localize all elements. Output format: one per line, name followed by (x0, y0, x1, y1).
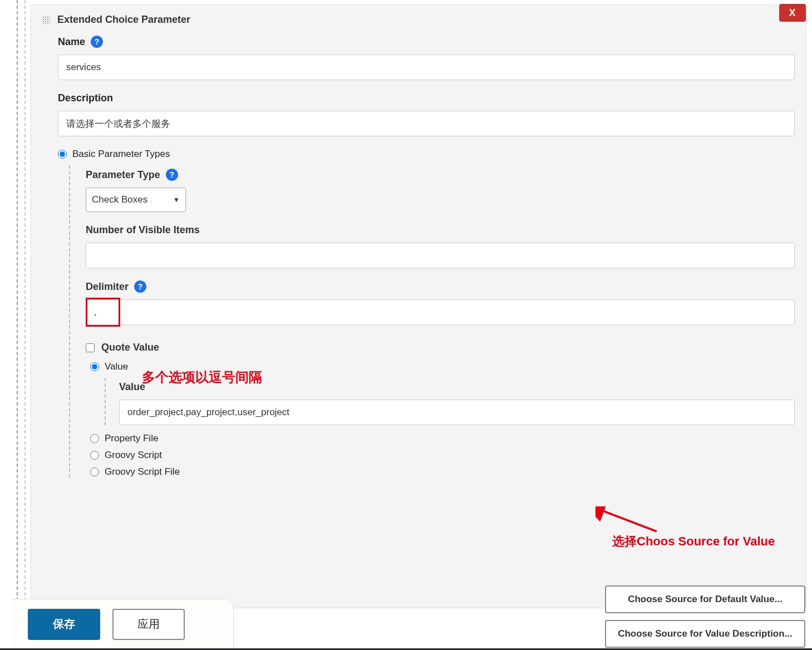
choose-default-value-button[interactable]: Choose Source for Default Value... (605, 585, 805, 613)
groovy-script-file-label: Groovy Script File (105, 466, 180, 477)
groovy-script-file-radio-row[interactable]: Groovy Script File (90, 466, 795, 477)
description-input[interactable] (58, 111, 795, 136)
value-radio[interactable] (90, 362, 99, 371)
panel-title-text: Extended Choice Parameter (57, 14, 190, 25)
basic-parameter-types-radio[interactable]: Basic Parameter Types (58, 149, 795, 160)
apply-button[interactable]: 应用 (112, 609, 185, 640)
right-button-group: Choose Source for Default Value... Choos… (605, 585, 805, 648)
num-visible-input[interactable] (86, 243, 795, 268)
num-visible-label: Number of Visible Items (86, 224, 795, 236)
value-field-label: Value (119, 381, 795, 393)
parameter-type-select[interactable]: Check Boxes ▼ (86, 188, 186, 212)
description-label: Description (58, 92, 113, 104)
property-file-label: Property File (105, 433, 158, 444)
name-label-row: Name ? (58, 36, 795, 48)
outer-dashed-border-2 (24, 0, 27, 607)
save-button[interactable]: 保存 (28, 609, 100, 640)
bottom-action-bar: 保存 应用 (11, 599, 234, 650)
delimiter-label-row: Delimiter ? (86, 280, 795, 293)
help-icon[interactable]: ? (166, 169, 178, 181)
extended-choice-panel: X Extended Choice Parameter Name ? Descr… (31, 4, 806, 608)
chevron-down-icon: ▼ (173, 196, 180, 204)
property-file-radio-row[interactable]: Property File (90, 433, 795, 444)
value-input[interactable] (119, 400, 795, 425)
choose-value-description-button[interactable]: Choose Source for Value Description... (605, 620, 805, 648)
quote-value-checkbox[interactable] (86, 343, 95, 352)
value-radio-row[interactable]: Value (90, 361, 795, 372)
annotation-red-box (86, 298, 120, 327)
outer-dashed-border (17, 0, 19, 612)
quote-value-row[interactable]: Quote Value (86, 342, 795, 353)
close-button[interactable]: X (779, 4, 806, 22)
basic-parameter-types-radio-input[interactable] (58, 150, 67, 159)
name-label: Name (58, 36, 85, 48)
parameter-type-selected: Check Boxes (92, 194, 147, 205)
groovy-script-label: Groovy Script (105, 450, 162, 461)
basic-parameter-types-label: Basic Parameter Types (72, 149, 170, 160)
basic-param-nested: Parameter Type ? Check Boxes ▼ Number of… (69, 165, 795, 477)
delimiter-wrapper (86, 299, 795, 325)
parameter-type-label: Parameter Type (86, 169, 160, 181)
drag-handle-icon[interactable] (42, 16, 50, 24)
description-label-row: Description (58, 92, 795, 104)
groovy-script-radio[interactable] (90, 451, 99, 460)
delimiter-label: Delimiter (86, 281, 129, 293)
property-file-radio[interactable] (90, 434, 99, 443)
delimiter-input[interactable] (86, 299, 795, 325)
name-input[interactable] (58, 55, 795, 80)
groovy-script-file-radio[interactable] (90, 467, 99, 476)
value-radio-label: Value (105, 361, 128, 372)
quote-value-label: Quote Value (101, 342, 159, 353)
help-icon[interactable]: ? (134, 280, 146, 293)
parameter-type-label-row: Parameter Type ? (86, 169, 795, 181)
groovy-script-radio-row[interactable]: Groovy Script (90, 450, 795, 461)
panel-title: Extended Choice Parameter (42, 14, 795, 26)
help-icon[interactable]: ? (91, 36, 103, 48)
value-nested: Value (105, 378, 795, 425)
